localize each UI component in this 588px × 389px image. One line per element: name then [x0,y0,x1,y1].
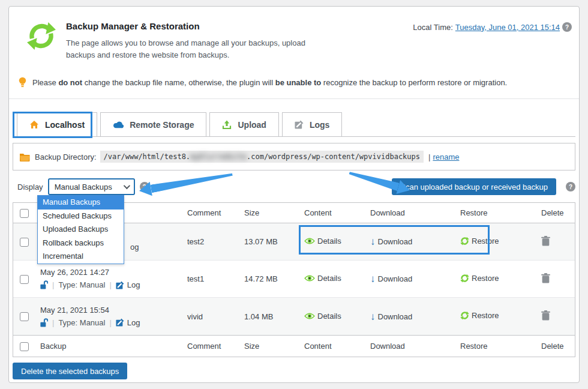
dropdown-option-scheduled[interactable]: Scheduled Backups [38,210,124,223]
column-download: Download [370,342,460,351]
select-all-checkbox[interactable] [20,342,29,351]
local-time-help-icon[interactable]: ? [562,22,572,32]
tab-label: Upload [238,120,266,130]
display-type-dropdown: Manual Backups Scheduled Backups Uploade… [37,195,124,264]
dropdown-option-rollback[interactable]: Rollback backups [38,237,124,250]
restore-sync-icon [460,237,469,246]
plugin-card: Backup Manager & Restoration The page al… [8,6,580,383]
restore-link[interactable]: Restore [460,274,499,283]
backup-date: May 21, 2021 15:54 [40,306,187,315]
download-link[interactable]: ↓ Download [370,312,412,322]
restore-link[interactable]: Restore [460,311,499,320]
rename-link[interactable]: rename [433,152,459,161]
unlock-icon [40,280,48,290]
display-help-icon[interactable]: ? [140,182,149,191]
column-download: Download [370,208,460,217]
tab-upload[interactable]: Upload [209,112,278,136]
row-checkbox[interactable] [20,312,29,321]
dropdown-option-incremental[interactable]: Incremental [38,250,124,264]
eye-icon [304,312,315,320]
chevron-down-icon [123,182,130,189]
row-checkbox[interactable] [20,275,29,284]
local-time: Local Time: Tuesday, June 01, 2021 15:14… [413,22,572,32]
download-arrow-icon: ↓ [370,274,376,284]
log-link[interactable]: Log [116,318,140,327]
backup-directory-label: Backup Directory: [35,152,97,161]
delete-row-button[interactable] [541,236,550,248]
log-icon [116,318,124,327]
column-delete: Delete [541,208,575,217]
column-content: Content [304,342,370,351]
tab-label: Logs [310,120,329,130]
local-time-link[interactable]: Tuesday, June 01, 2021 15:14 [455,23,560,32]
tab-bar: Localhost Remote Storage Upload Logs [13,112,575,137]
details-link[interactable]: Details [304,237,341,246]
tab-logs[interactable]: Logs [282,112,342,136]
selected-option: Manual Backups [55,182,112,191]
column-size: Size [244,342,304,351]
page-description: The page allows you to browse and manage… [66,37,312,61]
page-title: Backup Manager & Restoration [66,21,330,31]
backup-directory-path: /var/www/html/test8.myblurredsite.com/wo… [100,151,424,163]
tab-localhost[interactable]: Localhost [17,112,97,136]
redacted-domain: myblurredsite [190,152,247,161]
column-restore: Restore [460,342,541,351]
upload-icon [222,120,232,130]
delete-selected-button[interactable]: Delete the selected backups [13,363,127,379]
backup-comment: vivid [187,312,244,321]
display-label: Display [17,182,43,191]
column-delete: Delete [541,342,575,351]
lightbulb-icon [19,77,26,88]
logs-icon [295,120,304,129]
cloud-icon [113,121,124,128]
backup-date: May 26, 2021 14:27 [40,268,187,277]
backup-type: Type: Manual [58,280,105,289]
restore-link[interactable]: Restore [460,237,499,246]
backup-type: Type: Manual [58,318,105,327]
trash-icon [541,310,550,321]
display-toolbar: Display Manual Backups ? Scan uploaded b… [13,178,575,196]
notice-bar: Please do not change the backup file nam… [9,67,579,99]
table-footer-row: Backup Comment Size Content Download Res… [13,335,575,357]
folder-icon [19,152,30,161]
tab-label: Localhost [45,120,85,130]
download-link[interactable]: ↓ Download [370,237,412,247]
display-type-select[interactable]: Manual Backups [48,178,135,195]
column-comment: Comment [187,208,244,217]
backup-size: 13.07 MB [244,237,304,246]
trash-icon [541,273,550,283]
delete-row-button[interactable] [541,273,550,285]
row-checkbox[interactable] [20,238,29,247]
backup-comment: test2 [187,237,244,246]
log-link[interactable]: Log [116,280,140,289]
select-all-checkbox[interactable] [20,209,29,218]
download-arrow-icon: ↓ [370,237,376,247]
backup-size: 1.04 MB [244,312,304,321]
download-arrow-icon: ↓ [370,312,376,322]
details-link[interactable]: Details [304,312,341,321]
eye-icon [304,274,315,282]
delete-row-button[interactable] [541,310,550,322]
house-icon [29,120,39,129]
eye-icon [304,237,315,245]
dropdown-option-uploaded[interactable]: Uploaded Backups [38,223,124,237]
restore-sync-icon [460,311,469,320]
download-link[interactable]: ↓ Download [370,274,412,284]
column-comment: Comment [187,342,244,351]
restore-sync-icon [460,274,469,283]
column-content: Content [304,208,370,217]
separator: | [428,152,430,161]
unlock-icon [40,318,48,328]
scan-help-icon[interactable]: ? [566,182,575,191]
log-label-fragment[interactable]: og [130,243,139,252]
scan-backup-button[interactable]: Scan uploaded backup or received backup [392,178,556,195]
column-backup: Backup [40,342,187,351]
page-header: Backup Manager & Restoration The page al… [18,15,572,65]
wpvivid-sync-logo-icon [26,21,56,51]
table-row: May 21, 2021 15:54 | Type: Manual | [13,298,575,335]
dropdown-option-manual[interactable]: Manual Backups [38,196,124,210]
details-link[interactable]: Details [304,274,341,283]
tab-remote-storage[interactable]: Remote Storage [100,112,206,136]
notice-text: Please do not change the backup file nam… [32,78,507,87]
backup-directory-panel: Backup Directory: /var/www/html/test8.my… [13,143,575,170]
